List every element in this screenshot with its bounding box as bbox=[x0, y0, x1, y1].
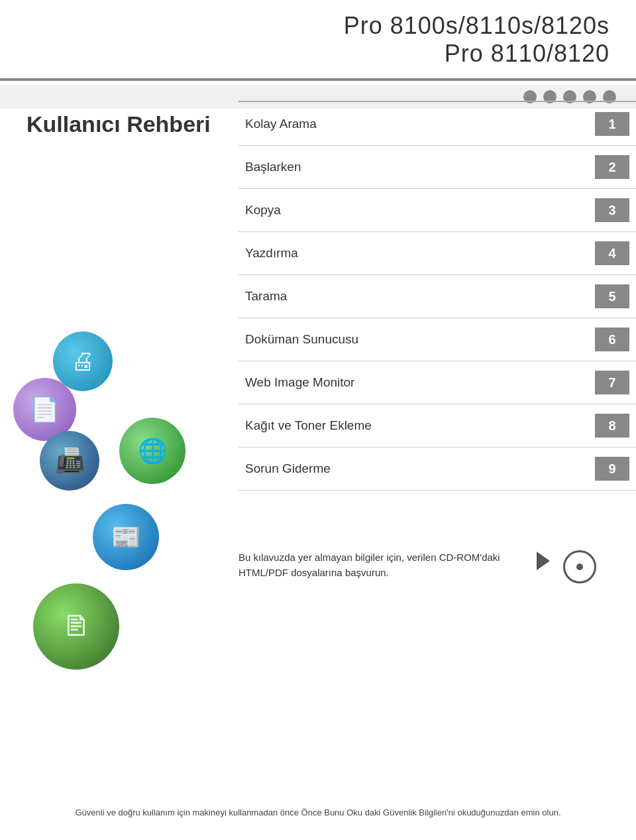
docs-icon-symbol: 📄 bbox=[30, 396, 60, 424]
cdrom-section: Bu kılavuzda yer almayan bilgiler için, … bbox=[238, 550, 596, 583]
toc-number-3: 3 bbox=[595, 198, 629, 222]
toc-label-8: Kağıt ve Toner Ekleme bbox=[238, 418, 595, 433]
toc-number-7: 7 bbox=[595, 371, 629, 394]
toc-label-5: Tarama bbox=[238, 289, 595, 304]
toc-item-2: Başlarken2 bbox=[238, 146, 636, 189]
toc-label-1: Kolay Arama bbox=[238, 117, 595, 131]
toc-number-8: 8 bbox=[595, 414, 629, 438]
toc-item-3: Kopya3 bbox=[238, 189, 636, 232]
cdrom-circle-inner bbox=[576, 564, 583, 570]
toc-item-7: Web Image Monitor7 bbox=[238, 361, 636, 404]
news-icon: 📰 bbox=[93, 504, 159, 570]
toc-item-1: Kolay Arama1 bbox=[238, 103, 636, 146]
news-icon-symbol: 📰 bbox=[111, 523, 141, 551]
toc-area: Kolay Arama1Başlarken2Kopya3Yazdırma4Tar… bbox=[238, 103, 636, 491]
toc-number-1: 1 bbox=[595, 112, 629, 136]
model-title-line2: Pro 8110/8120 bbox=[445, 40, 610, 68]
toc-number-9: 9 bbox=[595, 457, 629, 481]
toc-number-5: 5 bbox=[595, 284, 629, 308]
globe-icon-symbol: 🌐 bbox=[138, 437, 168, 465]
cdrom-circle-icon bbox=[563, 550, 596, 583]
scanner-icon: 🖹 bbox=[33, 583, 119, 670]
toc-label-2: Başlarken bbox=[238, 160, 595, 174]
toc-number-2: 2 bbox=[595, 155, 629, 179]
toc-label-9: Sorun Giderme bbox=[238, 461, 595, 476]
toc-item-6: Doküman Sunucusu6 bbox=[238, 318, 636, 361]
model-title-line1: Pro 8100s/8110s/8120s bbox=[344, 12, 610, 40]
scanner-icon-symbol: 🖹 bbox=[62, 611, 90, 642]
header-rule bbox=[0, 78, 636, 81]
toc-item-9: Sorun Giderme9 bbox=[238, 448, 636, 491]
phone-icon-symbol: 📠 bbox=[55, 447, 85, 475]
toc-number-6: 6 bbox=[595, 328, 629, 351]
icons-area: 🖨 📄 📠 🌐 📰 🖹 bbox=[13, 331, 225, 716]
toc-label-4: Yazdırma bbox=[238, 246, 595, 261]
toc-label-6: Doküman Sunucusu bbox=[238, 332, 595, 347]
toc-item-8: Kağıt ve Toner Ekleme8 bbox=[238, 404, 636, 448]
footer-text: Güvenli ve doğru kullanım için makineyi … bbox=[0, 806, 636, 820]
cdrom-text: Bu kılavuzda yer almayan bilgiler için, … bbox=[238, 550, 523, 580]
header: Pro 8100s/8110s/8120s Pro 8110/8120 bbox=[0, 0, 636, 86]
toc-label-3: Kopya bbox=[238, 203, 595, 217]
printer-icon: 🖨 bbox=[53, 331, 113, 391]
globe-icon: 🌐 bbox=[119, 418, 186, 484]
toc-label-7: Web Image Monitor bbox=[238, 375, 595, 390]
toc-item-5: Tarama5 bbox=[238, 275, 636, 318]
toc-number-4: 4 bbox=[595, 241, 629, 265]
toc-item-4: Yazdırma4 bbox=[238, 232, 636, 275]
printer-icon-symbol: 🖨 bbox=[71, 347, 95, 375]
user-guide-title: Kullanıcı Rehberi bbox=[26, 111, 211, 137]
cdrom-arrow-icon bbox=[537, 552, 550, 570]
phone-icon: 📠 bbox=[40, 431, 99, 491]
toc-top-rule bbox=[238, 101, 636, 102]
